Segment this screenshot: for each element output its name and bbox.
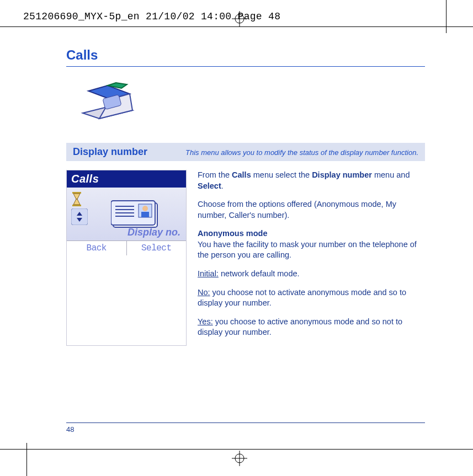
svg-rect-15 bbox=[71, 208, 88, 225]
section-subtitle: This menu allows you to modify the statu… bbox=[185, 148, 418, 157]
svg-point-21 bbox=[142, 206, 148, 211]
body-copy: From the Calls menu select the Display n… bbox=[198, 170, 425, 346]
page-content: Calls Display number This menu allows yo… bbox=[66, 47, 425, 346]
text-run: network default mode. bbox=[219, 269, 300, 278]
crop-mark-bottom bbox=[0, 449, 473, 450]
registration-mark-bottom bbox=[232, 451, 247, 466]
softkey-select[interactable]: Select bbox=[127, 241, 187, 255]
phone-header: Calls bbox=[67, 170, 186, 188]
text-underline: No: bbox=[198, 288, 210, 297]
text-underline: Yes: bbox=[198, 317, 213, 326]
paragraph-1: From the Calls menu select the Display n… bbox=[198, 170, 425, 191]
phone-body: Display no. bbox=[67, 188, 186, 240]
phone-softkey-bar: Back Select bbox=[67, 240, 186, 255]
section-title: Display number bbox=[73, 146, 147, 158]
text-run: menu and bbox=[372, 170, 410, 179]
text-bold: Anonymous mode bbox=[198, 229, 267, 238]
paragraph-yes: Yes: you choose to active anonymous mode… bbox=[198, 317, 425, 338]
text-run: . bbox=[221, 181, 224, 190]
print-slug: 251206690_MYX-5p_en 21/10/02 14:00 Page … bbox=[23, 11, 280, 22]
text-bold: Display number bbox=[312, 170, 372, 179]
text-run: menu select the bbox=[251, 170, 312, 179]
hourglass-icon bbox=[70, 191, 83, 210]
text-run: You have the facility to mask your numbe… bbox=[198, 240, 417, 260]
paragraph-2: Choose from the options offered (Anonymo… bbox=[198, 199, 425, 221]
scroll-arrows-icon bbox=[71, 208, 88, 227]
text-run: From the bbox=[198, 170, 232, 179]
page-number: 48 bbox=[66, 422, 425, 434]
section-header-bar: Display number This menu allows you to m… bbox=[66, 143, 425, 161]
svg-rect-22 bbox=[141, 212, 149, 217]
text-bold: Calls bbox=[232, 170, 251, 179]
text-run: you choose to active anonymous mode and … bbox=[198, 317, 402, 337]
calls-folder-icon bbox=[77, 80, 425, 126]
crop-mark-top bbox=[0, 26, 473, 27]
phone-mockup: Calls bbox=[66, 170, 187, 346]
svg-marker-13 bbox=[73, 194, 80, 199]
phone-menu-item: Display no. bbox=[127, 227, 180, 238]
svg-marker-14 bbox=[73, 199, 80, 205]
paragraph-initial: Initial: network default mode. bbox=[198, 269, 425, 280]
paragraph-no: No: you choose not to activate anonymous… bbox=[198, 287, 425, 309]
text-underline: Initial: bbox=[198, 269, 219, 278]
heading-anonymous: Anonymous modeYou have the facility to m… bbox=[198, 228, 425, 261]
page-title: Calls bbox=[66, 47, 425, 67]
softkey-back[interactable]: Back bbox=[67, 241, 127, 255]
text-run: you choose not to activate anonymous mod… bbox=[198, 288, 406, 308]
text-bold: Select bbox=[198, 181, 221, 190]
crop-mark-left bbox=[26, 443, 27, 476]
crop-mark-right bbox=[446, 0, 447, 33]
